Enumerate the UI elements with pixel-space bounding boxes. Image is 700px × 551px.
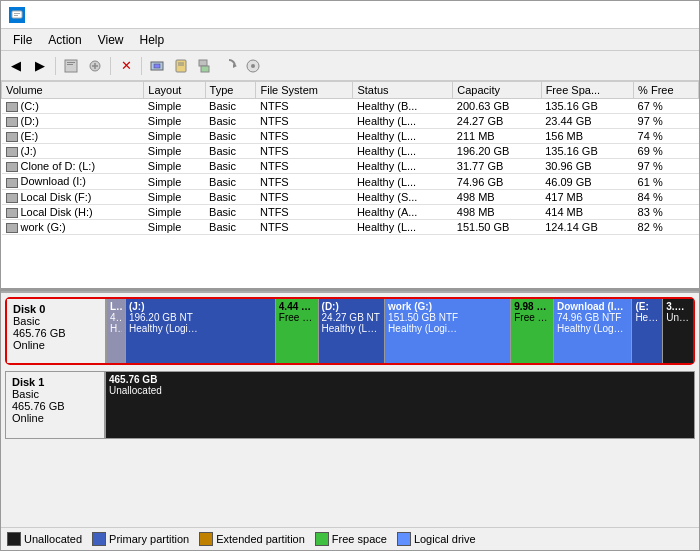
partition-sub2: Healt… xyxy=(110,323,122,334)
toolbar-btn-4[interactable] xyxy=(170,55,192,77)
table-row[interactable]: (C:) Simple Basic NTFS Healthy (B... 200… xyxy=(2,99,699,114)
partition-label: work (G:) xyxy=(388,301,507,312)
toolbar-btn-2[interactable] xyxy=(84,55,106,77)
partition[interactable]: Local 498 MB NT Healt… xyxy=(107,299,126,363)
disk-type: Basic xyxy=(12,388,98,400)
partition-sub1: Unallocated xyxy=(109,385,691,396)
partition[interactable]: Download (I… 74.96 GB NTF Healthy (Log… xyxy=(554,299,632,363)
toolbar-btn-3[interactable] xyxy=(146,55,168,77)
partition[interactable]: (J:) 196.20 GB NT Healthy (Logi… xyxy=(126,299,276,363)
title-bar-left xyxy=(9,7,31,23)
forward-button[interactable]: ▶ xyxy=(29,55,51,77)
disk-type: Basic xyxy=(13,315,99,327)
cell-fs: NTFS xyxy=(256,204,353,219)
svg-rect-1 xyxy=(14,13,20,14)
cell-type: Basic xyxy=(205,114,256,129)
menu-action[interactable]: Action xyxy=(40,31,89,48)
toolbar-btn-6[interactable] xyxy=(218,55,240,77)
back-button[interactable]: ◀ xyxy=(5,55,27,77)
menu-help[interactable]: Help xyxy=(132,31,173,48)
toolbar-sep-2 xyxy=(110,57,111,75)
cell-fs: NTFS xyxy=(256,144,353,159)
cell-capacity: 24.27 GB xyxy=(453,114,541,129)
cell-pct: 67 % xyxy=(634,99,699,114)
cell-free: 417 MB xyxy=(541,189,633,204)
partition[interactable]: 9.98 GB Free space xyxy=(511,299,554,363)
cell-free: 124.14 GB xyxy=(541,219,633,234)
maximize-button[interactable] xyxy=(639,5,665,25)
menu-file[interactable]: File xyxy=(5,31,40,48)
toolbar: ◀ ▶ ✕ xyxy=(1,51,699,81)
cell-layout: Simple xyxy=(144,144,205,159)
menu-bar: File Action View Help xyxy=(1,29,699,51)
menu-view[interactable]: View xyxy=(90,31,132,48)
legend-label-unallocated: Unallocated xyxy=(24,533,82,545)
cell-status: Healthy (S... xyxy=(353,189,453,204)
partition[interactable]: (D:) 24.27 GB NT Healthy (Lo… xyxy=(319,299,386,363)
close-button[interactable] xyxy=(665,5,691,25)
cell-layout: Simple xyxy=(144,159,205,174)
partition[interactable]: 465.76 GB Unallocated xyxy=(106,372,694,438)
svg-rect-11 xyxy=(176,60,186,72)
partition-label: (D:) xyxy=(322,301,382,312)
cell-pct: 84 % xyxy=(634,189,699,204)
table-row[interactable]: (J:) Simple Basic NTFS Healthy (L... 196… xyxy=(2,144,699,159)
cell-volume: (C:) xyxy=(2,99,144,114)
partition-label: 465.76 GB xyxy=(109,374,691,385)
table-row[interactable]: (E:) Simple Basic NTFS Healthy (L... 211… xyxy=(2,129,699,144)
cell-volume: Local Disk (H:) xyxy=(2,204,144,219)
cell-capacity: 31.77 GB xyxy=(453,159,541,174)
partition[interactable]: work (G:) 151.50 GB NTF Healthy (Logi… xyxy=(385,299,511,363)
partition-sub2: Healthy (Logi… xyxy=(129,323,272,334)
partition-sub1: Free space xyxy=(514,312,550,323)
table-row[interactable]: Download (I:) Simple Basic NTFS Healthy … xyxy=(2,174,699,189)
cell-volume: Download (I:) xyxy=(2,174,144,189)
cell-free: 135.16 GB xyxy=(541,144,633,159)
col-layout: Layout xyxy=(144,82,205,99)
partition[interactable]: 4.44 GB Free spac… xyxy=(276,299,319,363)
cell-fs: NTFS xyxy=(256,129,353,144)
cell-type: Basic xyxy=(205,99,256,114)
legend: Unallocated Primary partition Extended p… xyxy=(1,527,699,550)
bottom-area[interactable]: Disk 0 Basic 465.76 GB Online Local 498 … xyxy=(1,291,699,527)
minimize-button[interactable] xyxy=(613,5,639,25)
partition-label: 4.44 GB xyxy=(279,301,315,312)
window: File Action View Help ◀ ▶ ✕ xyxy=(0,0,700,551)
toolbar-btn-5[interactable] xyxy=(194,55,216,77)
cell-fs: NTFS xyxy=(256,189,353,204)
cell-pct: 97 % xyxy=(634,159,699,174)
col-status: Status xyxy=(353,82,453,99)
partition[interactable]: 3.72 GB Unallocat… xyxy=(663,299,693,363)
legend-box-free xyxy=(315,532,329,546)
table-row[interactable]: (D:) Simple Basic NTFS Healthy (L... 24.… xyxy=(2,114,699,129)
cell-type: Basic xyxy=(205,219,256,234)
cell-status: Healthy (L... xyxy=(353,159,453,174)
disk-info: Disk 1 Basic 465.76 GB Online xyxy=(6,372,106,438)
partition-sub1: 74.96 GB NTF xyxy=(557,312,628,323)
partition-sub1: Free spac… xyxy=(279,312,315,323)
partition-sub1: 498 MB NT xyxy=(110,312,122,323)
svg-rect-2 xyxy=(14,15,18,16)
cell-layout: Simple xyxy=(144,129,205,144)
partition[interactable]: (E: Hea… xyxy=(632,299,663,363)
cell-pct: 83 % xyxy=(634,204,699,219)
table-row[interactable]: Local Disk (F:) Simple Basic NTFS Health… xyxy=(2,189,699,204)
legend-label-primary: Primary partition xyxy=(109,533,189,545)
toolbar-btn-7[interactable] xyxy=(242,55,264,77)
cell-fs: NTFS xyxy=(256,114,353,129)
legend-box-primary xyxy=(92,532,106,546)
cell-pct: 74 % xyxy=(634,129,699,144)
disk-info: Disk 0 Basic 465.76 GB Online xyxy=(7,299,107,363)
title-bar xyxy=(1,1,699,29)
table-area[interactable]: Volume Layout Type File System Status Ca… xyxy=(1,81,699,291)
toolbar-delete-button[interactable]: ✕ xyxy=(115,55,137,77)
col-freespace: Free Spa... xyxy=(541,82,633,99)
toolbar-btn-1[interactable] xyxy=(60,55,82,77)
disk-name: Disk 0 xyxy=(13,303,99,315)
table-row[interactable]: Clone of D: (L:) Simple Basic NTFS Healt… xyxy=(2,159,699,174)
table-row[interactable]: Local Disk (H:) Simple Basic NTFS Health… xyxy=(2,204,699,219)
legend-label-logical: Logical drive xyxy=(414,533,476,545)
toolbar-sep-1 xyxy=(55,57,56,75)
col-pct: % Free xyxy=(634,82,699,99)
table-row[interactable]: work (G:) Simple Basic NTFS Healthy (L..… xyxy=(2,219,699,234)
